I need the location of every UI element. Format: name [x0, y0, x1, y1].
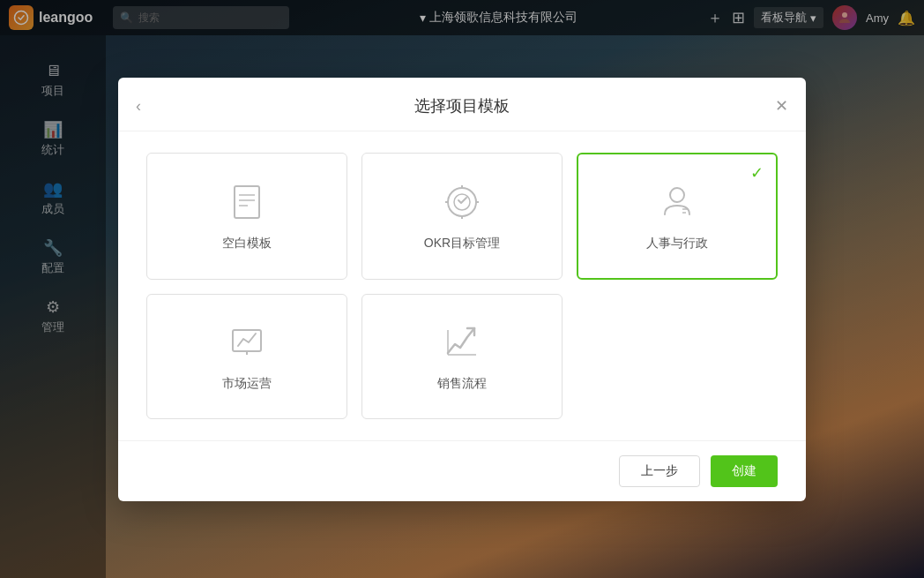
modal-close-button[interactable]: ✕ [775, 98, 788, 114]
marketing-template-icon [226, 321, 268, 364]
blank-template-label: 空白模板 [222, 236, 272, 251]
svg-rect-2 [235, 186, 259, 218]
template-card-marketing[interactable]: ✓ 市场运营 [146, 294, 347, 419]
okr-template-icon [441, 181, 483, 223]
sales-template-label: 销售流程 [437, 376, 487, 392]
modal-back-button[interactable]: ‹ [136, 98, 141, 114]
template-grid: ✓ 空白模板 ✓ OKR目标管理 [118, 131, 806, 440]
modal-header: ‹ 选择项目模板 ✕ [118, 78, 806, 131]
template-card-hr[interactable]: ✓ 人事与行政 [577, 153, 778, 280]
modal-title: 选择项目模板 [414, 95, 510, 116]
template-card-sales[interactable]: ✓ 销售流程 [361, 294, 563, 419]
prev-button[interactable]: 上一步 [619, 455, 700, 487]
okr-template-label: OKR目标管理 [424, 236, 500, 251]
check-icon: ✓ [750, 163, 764, 183]
template-card-okr[interactable]: ✓ OKR目标管理 [361, 153, 563, 280]
svg-point-12 [670, 188, 684, 202]
template-card-blank[interactable]: ✓ 空白模板 [146, 153, 347, 280]
template-modal: ‹ 选择项目模板 ✕ ✓ 空白模板 ✓ [118, 78, 806, 501]
hr-template-label: 人事与行政 [646, 236, 708, 251]
sales-template-icon [441, 321, 483, 364]
hr-template-icon [656, 181, 698, 223]
blank-template-icon [226, 181, 268, 223]
marketing-template-label: 市场运营 [222, 376, 272, 392]
create-button[interactable]: 创建 [711, 455, 778, 487]
modal-footer: 上一步 创建 [118, 440, 806, 501]
